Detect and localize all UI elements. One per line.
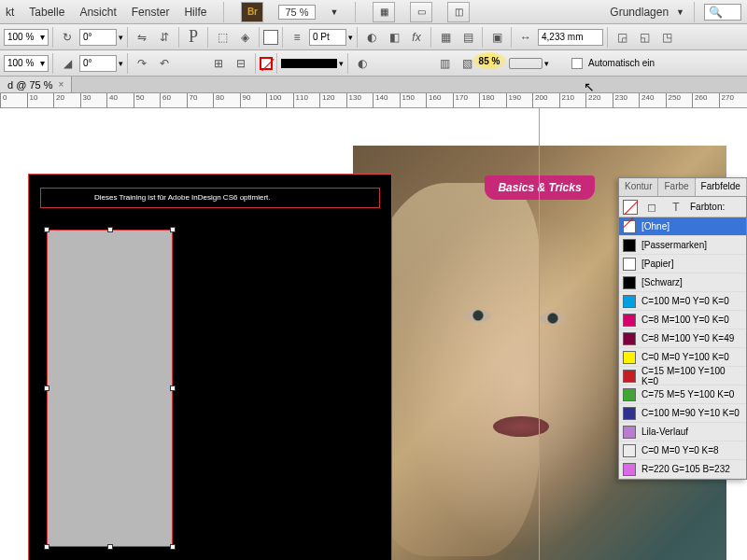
- menu-item[interactable]: Hilfe: [184, 6, 206, 19]
- drop-shadow-icon[interactable]: ◧: [384, 27, 404, 48]
- fx-button[interactable]: fx: [406, 27, 427, 48]
- swatch-row[interactable]: C=15 M=100 Y=100 K=0: [619, 367, 746, 385]
- auto-label: Automatisch ein: [588, 58, 655, 68]
- swatch-row[interactable]: [Papier]: [619, 255, 746, 273]
- panel-tab-farbfelder[interactable]: Farbfelde: [696, 178, 747, 196]
- swatch-name: [Papier]: [641, 259, 673, 269]
- paragraph-icon: P: [183, 27, 204, 48]
- swatch-row[interactable]: R=220 G=105 B=232: [619, 460, 746, 479]
- swatch-chip: [623, 426, 636, 439]
- panel-tab-farbe[interactable]: Farbe: [658, 178, 695, 196]
- wrap-icon[interactable]: ▥: [434, 53, 455, 74]
- swatch-chip: [623, 407, 636, 420]
- swatch-chip: [623, 258, 636, 271]
- swatch-row[interactable]: C=0 M=0 Y=0 K=8: [619, 441, 746, 460]
- guide[interactable]: [539, 108, 540, 560]
- stroke-style[interactable]: [281, 59, 337, 68]
- swatch-name: [Passermarken]: [641, 240, 707, 250]
- swatch-chip: [623, 314, 636, 327]
- page-text: Dieses Training ist für Adobe InDesign C…: [94, 193, 271, 202]
- frame-fit-icon[interactable]: ▣: [486, 27, 507, 48]
- rotate-cw-icon[interactable]: ↷: [132, 53, 152, 74]
- panel-tab-kontur[interactable]: Kontur: [619, 178, 658, 196]
- menu-item[interactable]: Ansicht: [79, 6, 116, 19]
- stroke-weight-field[interactable]: 0 Pt: [309, 29, 346, 46]
- swatch-chip: [623, 388, 636, 401]
- shear-field[interactable]: 0°: [79, 55, 117, 72]
- swatch-row[interactable]: C=100 M=0 Y=0 K=0: [619, 292, 746, 311]
- fill-stroke-icon[interactable]: [623, 200, 638, 215]
- swatch-name: Lila-Verlauf: [641, 427, 688, 437]
- swatch-name: C=100 M=0 Y=0 K=0: [641, 296, 729, 306]
- swatch-name: C=8 M=100 Y=0 K=49: [641, 333, 734, 343]
- swatch-name: [Schwarz]: [641, 277, 683, 287]
- swatch-chip: [623, 239, 636, 252]
- scale-x-field[interactable]: 100 %▾: [4, 29, 49, 46]
- align-icon[interactable]: ⊞: [208, 53, 229, 74]
- select-container-icon[interactable]: ⬚: [212, 27, 233, 48]
- opacity-icon: ◐: [352, 53, 373, 74]
- corner-icon[interactable]: ◱: [634, 27, 655, 48]
- shear-icon[interactable]: ◢: [57, 53, 78, 74]
- workspace-switcher[interactable]: Grundlagen: [610, 6, 669, 19]
- swatch-list: [Ohne][Passermarken][Papier][Schwarz]C=1…: [619, 217, 746, 479]
- dropdown[interactable]: [509, 58, 543, 69]
- text-wrap-icon[interactable]: ▤: [458, 27, 478, 48]
- align-icon[interactable]: ⊟: [231, 53, 251, 74]
- document-tab[interactable]: d @ 75 % ×: [0, 77, 72, 92]
- swatch-chip: [623, 220, 636, 233]
- selected-frame[interactable]: [47, 230, 173, 547]
- stroke-swatch[interactable]: [260, 57, 273, 70]
- text-icon[interactable]: T: [666, 197, 686, 217]
- effects-icon[interactable]: ◐: [361, 27, 382, 48]
- swatch-row[interactable]: C=0 M=0 Y=100 K=0: [619, 348, 746, 367]
- swatch-row[interactable]: [Schwarz]: [619, 273, 746, 292]
- auto-checkbox[interactable]: [571, 58, 583, 69]
- text-wrap-icon[interactable]: ▦: [435, 27, 456, 48]
- view-mode-icon[interactable]: ▦: [373, 2, 395, 22]
- control-panel-row2: 100 %▾ ◢ 0° ▾ ↷ ↶ ⊞ ⊟ ▾ ◐ ▥ ▧ ▾ Automati…: [0, 50, 747, 77]
- swatch-row[interactable]: C=75 M=5 Y=100 K=0: [619, 385, 746, 404]
- arrange-icon[interactable]: ◫: [447, 2, 470, 22]
- swatch-row[interactable]: [Passermarken]: [619, 236, 746, 255]
- corner-icon[interactable]: ◲: [612, 27, 632, 48]
- menu-item[interactable]: Tabelle: [29, 6, 64, 19]
- swatch-chip: [623, 276, 636, 289]
- swatch-row[interactable]: Lila-Verlauf: [619, 423, 746, 441]
- corner-icon[interactable]: ◳: [656, 27, 677, 48]
- search-input[interactable]: 🔍: [704, 4, 741, 21]
- menu-item[interactable]: Fenster: [132, 6, 170, 19]
- rotate-ccw-icon[interactable]: ↶: [154, 53, 175, 74]
- swatch-row[interactable]: [Ohne]: [619, 217, 746, 236]
- swatches-panel: Kontur Farbe Farbfelde ◻ T Farbton: [Ohn…: [618, 177, 747, 480]
- select-content-icon[interactable]: ◈: [234, 27, 255, 48]
- zoom-level[interactable]: 75 %: [278, 5, 315, 20]
- swatch-name: C=100 M=90 Y=10 K=0: [641, 408, 740, 418]
- horizontal-ruler: 0102030405060708090100110120130140150160…: [0, 93, 747, 108]
- swatch-row[interactable]: C=100 M=90 Y=10 K=0: [619, 404, 746, 423]
- scale-y-field[interactable]: 100 %▾: [4, 55, 49, 72]
- menu-item[interactable]: kt: [6, 6, 14, 19]
- flip-h-icon[interactable]: ⇋: [132, 27, 152, 48]
- badge-tab: Basics & Tricks: [485, 175, 595, 200]
- fill-swatch[interactable]: [263, 30, 278, 45]
- swatch-row[interactable]: C=8 M=100 Y=0 K=0: [619, 311, 746, 329]
- menu-bar: kt Tabelle Ansicht Fenster Hilfe Br 75 %…: [0, 0, 747, 24]
- stroke-weight-icon: ≡: [287, 27, 307, 48]
- width-field[interactable]: 4,233 mm: [538, 29, 603, 46]
- swatch-chip: [623, 332, 636, 345]
- rotate-icon[interactable]: ↻: [57, 27, 78, 48]
- screen-mode-icon[interactable]: ▭: [410, 2, 432, 22]
- flip-v-icon[interactable]: ⇵: [154, 27, 175, 48]
- opacity-highlight: 85 %: [472, 52, 506, 69]
- rotate-field[interactable]: 0°: [79, 29, 117, 46]
- bridge-button[interactable]: Br: [241, 2, 263, 22]
- swatch-chip: [623, 463, 636, 476]
- swatch-name: C=0 M=0 Y=0 K=8: [641, 445, 719, 455]
- container-icon[interactable]: ◻: [641, 197, 662, 217]
- swatch-row[interactable]: C=8 M=100 Y=0 K=49: [619, 329, 746, 348]
- swatch-name: [Ohne]: [641, 221, 669, 231]
- swatch-name: C=8 M=100 Y=0 K=0: [641, 315, 729, 325]
- swatch-chip: [623, 444, 636, 457]
- close-icon[interactable]: ×: [58, 79, 63, 90]
